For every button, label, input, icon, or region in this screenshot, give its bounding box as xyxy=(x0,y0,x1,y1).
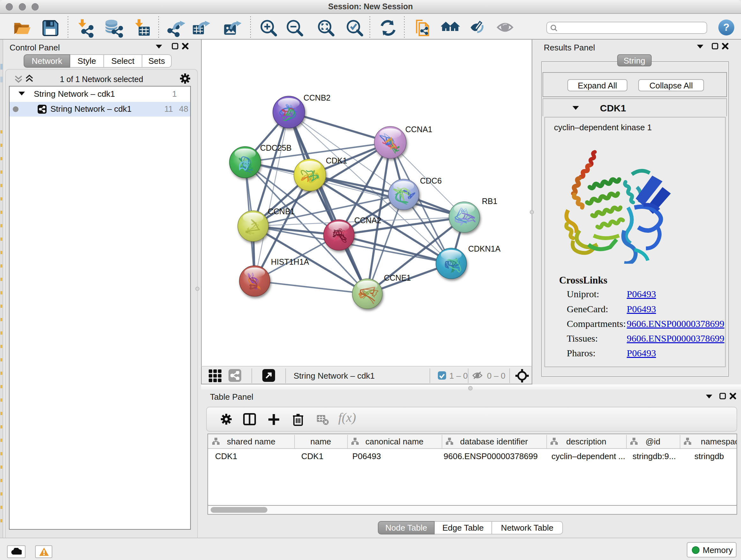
svg-text:CCNE1: CCNE1 xyxy=(384,273,411,282)
svg-text:CCNB1: CCNB1 xyxy=(268,207,295,216)
svg-text:HIST1H1A: HIST1H1A xyxy=(271,257,309,266)
svg-text:RB1: RB1 xyxy=(482,197,497,206)
svg-text:CCNA2: CCNA2 xyxy=(354,216,381,225)
svg-text:CDC25B: CDC25B xyxy=(260,143,292,152)
svg-text:CDKN1A: CDKN1A xyxy=(468,244,501,253)
svg-text:CCNA1: CCNA1 xyxy=(405,125,432,134)
svg-text:CDC6: CDC6 xyxy=(420,176,442,185)
svg-text:CCNB2: CCNB2 xyxy=(304,93,331,102)
svg-text:CDK1: CDK1 xyxy=(326,156,347,165)
